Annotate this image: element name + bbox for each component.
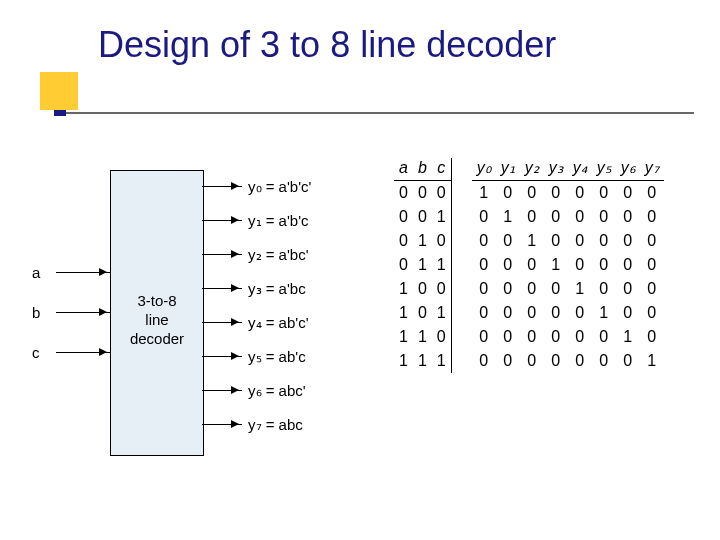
tt-cell: 0 <box>413 205 432 229</box>
tt-cell: 0 <box>496 181 520 206</box>
slide-title: Design of 3 to 8 line decoder <box>98 24 556 66</box>
arrow-out-y3 <box>202 288 242 289</box>
table-row: 01000100000 <box>394 229 664 253</box>
tt-head-y3: y₃ <box>544 158 568 181</box>
tt-cell: 1 <box>413 229 432 253</box>
truth-table-header: a b c y₀ y₁ y₂ y₃ y₄ y₅ y₆ y₇ <box>394 158 664 181</box>
tt-head-a: a <box>394 158 413 181</box>
arrow-in-b <box>56 312 110 313</box>
arrow-out-y1 <box>202 220 242 221</box>
tt-cell: 0 <box>472 253 496 277</box>
tt-head-b: b <box>413 158 432 181</box>
tt-cell: 0 <box>592 229 616 253</box>
tt-head-y5: y₅ <box>592 158 616 181</box>
tt-head-y7: y₇ <box>640 158 664 181</box>
table-row: 00010000000 <box>394 181 664 206</box>
tt-cell: 0 <box>544 349 568 373</box>
decoder-label-line3: decoder <box>130 330 184 347</box>
tt-cell: 0 <box>520 277 544 301</box>
tt-cell: 0 <box>432 181 451 206</box>
tt-cell: 0 <box>640 277 664 301</box>
tt-cell: 0 <box>568 301 592 325</box>
table-row: 01100010000 <box>394 253 664 277</box>
tt-cell: 0 <box>544 205 568 229</box>
tt-cell: 0 <box>592 349 616 373</box>
tt-cell: 0 <box>568 325 592 349</box>
arrow-in-a <box>56 272 110 273</box>
tt-cell: 1 <box>432 301 451 325</box>
slide: Design of 3 to 8 line decoder 3-to-8 lin… <box>0 0 720 540</box>
tt-cell: 0 <box>496 253 520 277</box>
output-expr-y3: y₃ = a'bc <box>248 280 306 298</box>
decoder-box: 3-to-8 line decoder <box>110 170 204 456</box>
arrow-out-y5 <box>202 356 242 357</box>
tt-cell: 0 <box>616 181 640 206</box>
accent-square <box>40 72 78 110</box>
tt-cell: 0 <box>616 301 640 325</box>
tt-cell: 0 <box>472 301 496 325</box>
table-row: 11000000010 <box>394 325 664 349</box>
tt-cell: 0 <box>640 325 664 349</box>
arrow-out-y6 <box>202 390 242 391</box>
tt-cell: 1 <box>544 253 568 277</box>
table-row: 10100000100 <box>394 301 664 325</box>
tt-cell: 0 <box>394 181 413 206</box>
table-row: 00101000000 <box>394 205 664 229</box>
tt-head-y0: y₀ <box>472 158 496 181</box>
truth-table: a b c y₀ y₁ y₂ y₃ y₄ y₅ y₆ y₇ 0001000000… <box>394 158 664 373</box>
tt-cell: 0 <box>496 277 520 301</box>
tt-cell: 1 <box>496 205 520 229</box>
input-label-b: b <box>32 304 50 321</box>
tt-cell: 1 <box>432 349 451 373</box>
tt-cell: 0 <box>520 205 544 229</box>
tt-cell: 0 <box>520 253 544 277</box>
tt-cell: 0 <box>640 253 664 277</box>
decoder-label-line1: 3-to-8 <box>137 292 176 309</box>
tt-cell: 0 <box>568 229 592 253</box>
input-label-a: a <box>32 264 50 281</box>
tt-cell: 1 <box>394 325 413 349</box>
tt-cell: 0 <box>544 325 568 349</box>
tt-cell: 0 <box>520 325 544 349</box>
tt-cell: 1 <box>520 229 544 253</box>
tt-head-y1: y₁ <box>496 158 520 181</box>
tt-cell: 0 <box>616 277 640 301</box>
tt-cell: 0 <box>520 181 544 206</box>
output-expr-y4: y₄ = ab'c' <box>248 314 309 332</box>
tt-cell: 0 <box>640 229 664 253</box>
tt-head-y4: y₄ <box>568 158 592 181</box>
output-expr-y5: y₅ = ab'c <box>248 348 306 366</box>
tt-cell: 0 <box>432 229 451 253</box>
tt-cell: 0 <box>432 325 451 349</box>
output-expr-y6: y₆ = abc' <box>248 382 306 400</box>
tt-cell: 0 <box>592 181 616 206</box>
tt-cell: 0 <box>432 277 451 301</box>
tt-cell: 0 <box>394 253 413 277</box>
tt-cell: 1 <box>640 349 664 373</box>
tt-cell: 0 <box>544 277 568 301</box>
tt-cell: 0 <box>496 325 520 349</box>
tt-cell: 0 <box>472 277 496 301</box>
tt-cell: 0 <box>592 277 616 301</box>
tt-cell: 1 <box>472 181 496 206</box>
output-expr-y2: y₂ = a'bc' <box>248 246 309 264</box>
tt-cell: 0 <box>640 205 664 229</box>
tt-cell: 1 <box>413 325 432 349</box>
output-expr-y0: y₀ = a'b'c' <box>248 178 311 196</box>
arrow-in-c <box>56 352 110 353</box>
tt-cell: 0 <box>413 301 432 325</box>
tt-cell: 0 <box>568 349 592 373</box>
arrow-out-y0 <box>202 186 242 187</box>
tt-cell: 0 <box>394 229 413 253</box>
tt-cell: 1 <box>394 349 413 373</box>
tt-cell: 0 <box>592 205 616 229</box>
decoder-box-label: 3-to-8 line decoder <box>111 291 203 348</box>
tt-cell: 1 <box>592 301 616 325</box>
output-expr-y1: y₁ = a'b'c <box>248 212 309 230</box>
tt-cell: 0 <box>413 277 432 301</box>
table-row: 11100000001 <box>394 349 664 373</box>
tt-cell: 0 <box>592 325 616 349</box>
tt-cell: 0 <box>616 229 640 253</box>
tt-cell: 0 <box>544 229 568 253</box>
output-expr-y7: y₇ = abc <box>248 416 303 434</box>
